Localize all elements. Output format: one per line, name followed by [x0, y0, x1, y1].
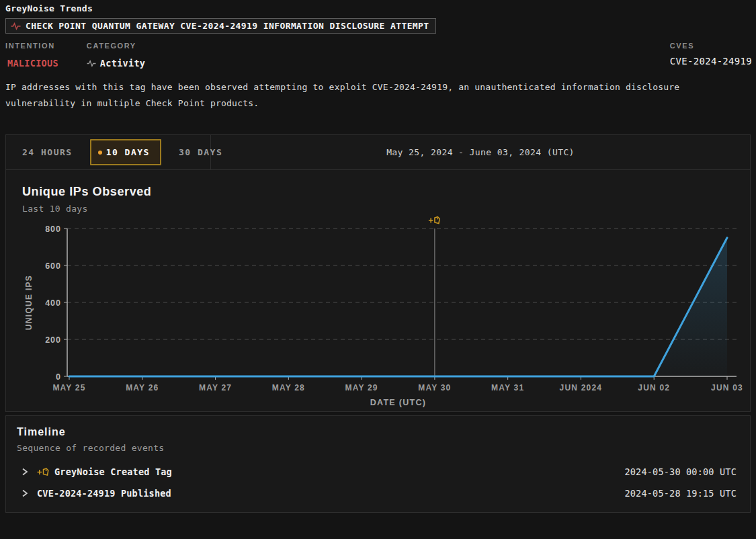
intention-label: INTENTION: [5, 42, 58, 50]
tab-10-days[interactable]: 10 DAYS: [90, 139, 161, 165]
svg-text:800: 800: [45, 224, 61, 234]
tag-plus-icon: [429, 217, 439, 224]
timeline-event-label: CVE-2024-24919 Published: [37, 488, 171, 499]
tag-name: CHECK POINT QUANTUM GATEWAY CVE-2024-249…: [26, 21, 429, 31]
timeline-event-row[interactable]: CVE-2024-24919 Published 2024-05-28 19:1…: [17, 483, 737, 504]
trends-panel: 24 HOURS 10 DAYS 30 DAYS May 25, 2024 - …: [5, 134, 751, 412]
cves-value: CVE-2024-24919: [670, 56, 752, 67]
greynoise-trends-page: GreyNoise Trends CHECK POINT QUANTUM GAT…: [0, 0, 756, 513]
tag-meta-row: INTENTION MALICIOUS CATEGORY Activity CV…: [5, 42, 752, 69]
timeline-event-timestamp: 2024-05-30 00:00 UTC: [624, 466, 737, 477]
chart-subtitle: Last 10 days: [22, 204, 734, 214]
svg-text:MAY 30: MAY 30: [418, 383, 451, 392]
svg-text:0: 0: [56, 372, 61, 382]
chevron-right-icon[interactable]: [22, 466, 28, 477]
category-value: Activity: [100, 58, 145, 69]
svg-text:UNIQUE IPS: UNIQUE IPS: [24, 275, 34, 330]
intention-value: MALICIOUS: [5, 58, 58, 69]
svg-text:MAY 25: MAY 25: [52, 383, 85, 392]
selected-dot-icon: [98, 151, 102, 155]
cves-block: CVES CVE-2024-24919: [670, 42, 752, 67]
timeline-title: Timeline: [17, 426, 737, 438]
activity-pulse-icon: [87, 59, 96, 68]
svg-text:JUN 02: JUN 02: [638, 383, 670, 392]
svg-text:JUN 2024: JUN 2024: [560, 383, 603, 392]
tag-plus-icon: [37, 467, 49, 477]
tag-description: IP addresses with this tag have been obs…: [5, 79, 752, 112]
intention-block: INTENTION MALICIOUS: [5, 42, 58, 69]
svg-text:MAY 27: MAY 27: [199, 383, 232, 392]
svg-text:JUN 03: JUN 03: [711, 383, 743, 392]
date-range-display: May 25, 2024 - June 03, 2024 (UTC): [211, 147, 750, 157]
trend-chart-svg[interactable]: 0200400600800MAY 25MAY 26MAY 27MAY 28MAY…: [6, 215, 750, 409]
chevron-right-icon[interactable]: [22, 488, 28, 499]
unique-ips-chart[interactable]: 0200400600800MAY 25MAY 26MAY 27MAY 28MAY…: [6, 215, 750, 411]
svg-text:600: 600: [45, 261, 61, 271]
timeline-event-label: GreyNoise Created Tag: [54, 466, 172, 477]
range-tabs: 24 HOURS 10 DAYS 30 DAYS: [6, 135, 211, 169]
activity-pulse-icon: [11, 22, 21, 31]
category-block: CATEGORY Activity: [87, 42, 145, 69]
svg-text:MAY 26: MAY 26: [126, 383, 159, 392]
timeline-subtitle: Sequence of recorded events: [17, 443, 737, 453]
svg-text:MAY 29: MAY 29: [345, 383, 378, 392]
chart-header: Unique IPs Observed Last 10 days: [6, 170, 750, 214]
svg-text:MAY 31: MAY 31: [491, 383, 524, 392]
category-label: CATEGORY: [87, 42, 145, 50]
page-title: GreyNoise Trends: [5, 3, 752, 13]
time-range-toolbar: 24 HOURS 10 DAYS 30 DAYS May 25, 2024 - …: [6, 135, 750, 170]
timeline-event-row[interactable]: GreyNoise Created Tag 2024-05-30 00:00 U…: [17, 461, 737, 483]
svg-text:MAY 28: MAY 28: [272, 383, 305, 392]
tag-title-bar[interactable]: CHECK POINT QUANTUM GATEWAY CVE-2024-249…: [5, 18, 436, 34]
timeline-panel: Timeline Sequence of recorded events Gre…: [5, 415, 751, 513]
svg-text:400: 400: [45, 298, 61, 308]
cves-label: CVES: [670, 42, 752, 50]
svg-text:200: 200: [45, 335, 61, 345]
timeline-event-timestamp: 2024-05-28 19:15 UTC: [624, 488, 737, 499]
tab-24-hours[interactable]: 24 HOURS: [22, 147, 73, 157]
chart-title: Unique IPs Observed: [22, 185, 734, 199]
svg-text:DATE (UTC): DATE (UTC): [370, 398, 427, 407]
